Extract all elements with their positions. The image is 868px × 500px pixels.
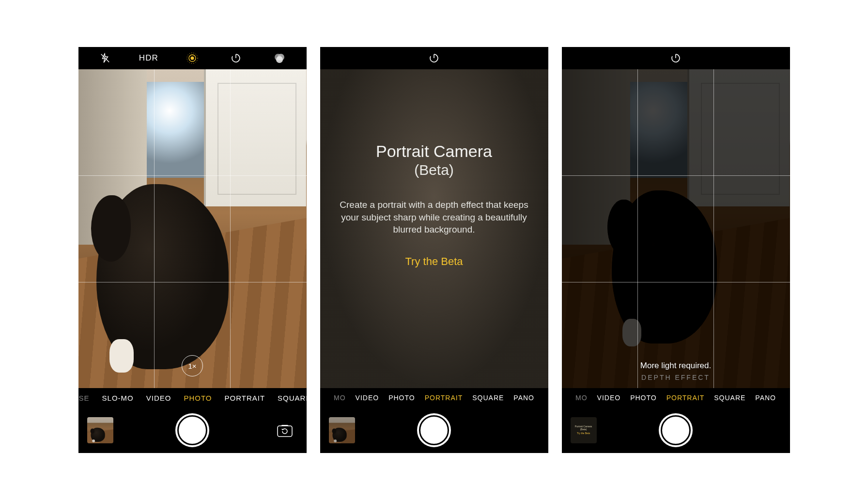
status-message: More light required.	[640, 361, 711, 371]
portrait-intro-overlay: Portrait Camera (Beta) Create a portrait…	[320, 69, 548, 388]
mode-square[interactable]: SQUARE	[714, 394, 745, 402]
camera-screen-portrait-lowlight: More light required. DEPTH EFFECT MO VID…	[562, 47, 790, 453]
mode-square[interactable]: SQUARE	[472, 394, 504, 402]
svg-point-1	[190, 57, 194, 60]
hdr-button[interactable]: HDR	[138, 53, 160, 63]
mode-portrait[interactable]: PORTRAIT	[425, 394, 463, 402]
portrait-status: More light required. DEPTH EFFECT	[562, 361, 790, 381]
camera-bottombar	[320, 407, 548, 453]
mode-fragment: MO	[575, 394, 588, 402]
switch-camera-placeholder	[513, 417, 540, 443]
mode-pano[interactable]: PANO	[755, 394, 776, 402]
intro-description: Create a portrait with a depth effect th…	[340, 199, 529, 236]
camera-screen-portrait-intro: Portrait Camera (Beta) Create a portrait…	[320, 47, 548, 453]
switch-camera-placeholder	[755, 417, 781, 443]
mode-portrait[interactable]: PORTRAIT	[225, 394, 265, 402]
camera-bottombar: Portrait Camera (Beta) Try the Beta	[562, 407, 790, 453]
mode-fragment: MO	[334, 394, 346, 402]
viewfinder[interactable]: More light required. DEPTH EFFECT	[562, 69, 790, 388]
shutter-button[interactable]	[175, 413, 209, 447]
shutter-button[interactable]	[417, 413, 451, 447]
mode-pano[interactable]: PANO	[513, 394, 534, 402]
mode-video[interactable]: VIDEO	[356, 394, 379, 402]
live-preview	[562, 69, 790, 388]
thumb-line2: (Beta)	[580, 428, 587, 431]
camera-topbar: HDR	[78, 47, 307, 69]
timer-icon[interactable]	[670, 52, 682, 64]
intro-subtitle: (Beta)	[414, 162, 454, 178]
filters-icon[interactable]	[268, 52, 291, 64]
mode-photo[interactable]: PHOTO	[184, 394, 212, 402]
camera-bottombar	[78, 407, 307, 453]
mode-fragment: PSE	[78, 394, 90, 402]
mode-video[interactable]: VIDEO	[146, 394, 171, 402]
flash-off-icon[interactable]	[94, 53, 116, 63]
switch-camera-button[interactable]	[272, 417, 298, 443]
camera-topbar	[320, 47, 548, 69]
last-photo-thumbnail[interactable]	[329, 417, 355, 443]
svg-rect-7	[278, 426, 292, 437]
svg-point-6	[276, 56, 283, 63]
try-beta-button[interactable]: Try the Beta	[405, 255, 463, 268]
mode-portrait[interactable]: PORTRAIT	[666, 394, 705, 402]
mode-video[interactable]: VIDEO	[597, 394, 621, 402]
timer-icon[interactable]	[428, 52, 440, 64]
mode-selector[interactable]: PSE SLO-MO VIDEO PHOTO PORTRAIT SQUARE	[78, 388, 307, 407]
viewfinder[interactable]: 1×	[78, 69, 307, 388]
live-preview	[78, 69, 307, 388]
live-photo-icon[interactable]	[181, 52, 203, 64]
mode-photo[interactable]: PHOTO	[388, 394, 415, 402]
thumb-cta: Try the Beta	[577, 432, 590, 435]
intro-title: Portrait Camera	[376, 142, 492, 161]
last-photo-thumbnail[interactable]: Portrait Camera (Beta) Try the Beta	[571, 417, 597, 443]
mode-selector[interactable]: MO VIDEO PHOTO PORTRAIT SQUARE PANO	[562, 388, 790, 407]
mode-selector[interactable]: MO VIDEO PHOTO PORTRAIT SQUARE PANO	[320, 388, 548, 407]
zoom-toggle[interactable]: 1×	[182, 355, 203, 376]
last-photo-thumbnail[interactable]	[87, 417, 113, 443]
mode-slo-mo[interactable]: SLO-MO	[102, 394, 134, 402]
camera-topbar	[562, 47, 790, 69]
depth-effect-badge: DEPTH EFFECT	[641, 374, 710, 381]
camera-screen-photo: HDR	[78, 47, 307, 453]
mode-square[interactable]: SQUARE	[278, 394, 306, 402]
timer-icon[interactable]	[225, 52, 247, 64]
shutter-button[interactable]	[659, 413, 693, 447]
viewfinder: Portrait Camera (Beta) Create a portrait…	[320, 69, 548, 388]
mode-photo[interactable]: PHOTO	[630, 394, 657, 402]
